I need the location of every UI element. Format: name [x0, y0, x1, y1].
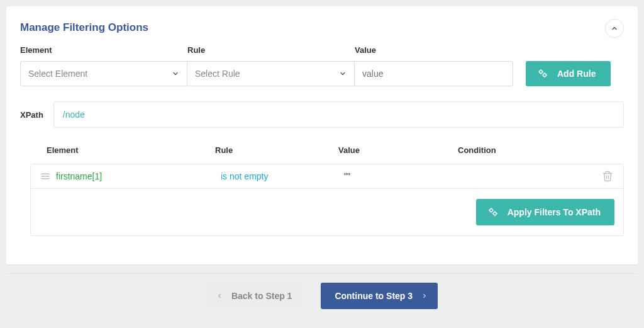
- table-row: firstname[1] is not empty "": [31, 164, 623, 189]
- element-label: Element: [20, 45, 187, 55]
- chevron-left-icon: [216, 292, 223, 300]
- chevron-right-icon: [421, 292, 428, 300]
- value-input[interactable]: [355, 61, 513, 86]
- cell-value: "": [344, 171, 464, 181]
- rule-builder-row: Element Select Element Rule Select Rule …: [20, 45, 624, 86]
- chevron-up-icon: [611, 25, 618, 32]
- collapse-button[interactable]: [605, 19, 624, 38]
- value-field: Value: [355, 45, 513, 86]
- footer-nav: Back to Step 1 Continue to Step 3: [0, 274, 644, 318]
- add-rule-label: Add Rule: [557, 69, 596, 79]
- value-label: Value: [355, 45, 513, 55]
- element-field: Element Select Element: [20, 45, 187, 86]
- continue-button[interactable]: Continue to Step 3: [321, 283, 438, 309]
- add-rule-button[interactable]: Add Rule: [526, 61, 611, 86]
- continue-label: Continue to Step 3: [335, 291, 413, 301]
- filtering-options-card: Manage Filtering Options Element Select …: [6, 6, 638, 264]
- rule-field: Rule Select Rule: [187, 45, 355, 86]
- cell-rule: is not empty: [221, 171, 344, 181]
- element-select-placeholder: Select Element: [28, 69, 87, 79]
- rule-select-placeholder: Select Rule: [195, 69, 240, 79]
- table-body: firstname[1] is not empty "" Apply Filte…: [30, 164, 624, 236]
- apply-filters-label: Apply Filters To XPath: [508, 207, 601, 217]
- xpath-row: XPath: [20, 101, 624, 128]
- chevron-down-icon: [339, 70, 347, 77]
- element-select[interactable]: Select Element: [20, 61, 187, 86]
- cogs-icon: [537, 68, 548, 79]
- apply-row: Apply Filters To XPath: [31, 189, 623, 235]
- xpath-label: XPath: [20, 110, 43, 120]
- apply-filters-button[interactable]: Apply Filters To XPath: [476, 199, 614, 225]
- rule-select[interactable]: Select Rule: [187, 61, 355, 86]
- chevron-down-icon: [172, 70, 179, 77]
- table-header: Element Rule Value Condition: [30, 145, 624, 164]
- rule-label: Rule: [187, 45, 355, 55]
- th-value: Value: [338, 145, 458, 155]
- filters-table: Element Rule Value Condition firstname[1…: [30, 145, 624, 236]
- cogs-icon: [487, 206, 499, 218]
- delete-row-button[interactable]: [602, 171, 614, 182]
- cell-element: firstname[1]: [56, 171, 221, 181]
- xpath-input[interactable]: [53, 101, 624, 128]
- card-title: Manage Filtering Options: [20, 21, 624, 34]
- th-condition: Condition: [458, 145, 608, 155]
- trash-icon: [602, 171, 613, 182]
- th-rule: Rule: [215, 145, 338, 155]
- back-label: Back to Step 1: [231, 291, 292, 301]
- drag-handle-icon[interactable]: [40, 171, 51, 182]
- back-button[interactable]: Back to Step 1: [206, 283, 306, 309]
- th-element: Element: [47, 145, 215, 155]
